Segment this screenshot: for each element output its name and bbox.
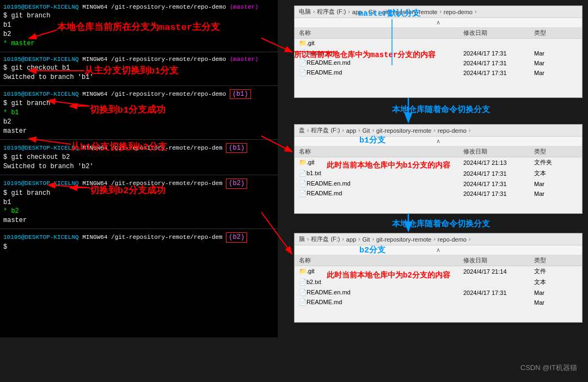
label-master-default: master默认分支 [358, 8, 420, 19]
row-readme-master[interactable]: 📄README.md 2024/4/17 17:31 Mar [295, 68, 582, 78]
csdn-label: CSDN @IT机器猫 [520, 363, 577, 373]
row-readme-en-b1[interactable]: 📄README.en.md 2024/4/17 17:31 Mar [295, 179, 582, 189]
output-5: b1 * b2 master [3, 198, 274, 225]
label-b1-content: 此时当前本地仓库中为b1分支的内容 [327, 161, 450, 170]
row-git-master[interactable]: 📁.git [295, 39, 582, 48]
annotation-b1-success: 切换到b1分支成功 [90, 103, 166, 116]
label-b1-branch: b1分支 [359, 135, 385, 145]
branch-b1-box-2: (b1) [226, 143, 247, 153]
row-readme-b1[interactable]: 📄README.md 2024/4/17 17:31 Mar [295, 189, 582, 199]
branch-b1-box: (b1) [230, 89, 251, 100]
annotation-b2-success: 切换到b2分支成功 [90, 184, 166, 196]
label-b2-branch: b2分支 [359, 245, 385, 255]
branch-b2-box: (b2) [226, 178, 247, 189]
toolbar-b1: ∧ [295, 137, 582, 146]
cmd-4: $ git checkout b2 [3, 153, 274, 162]
output-4: Switched to branch 'b2' [3, 162, 274, 171]
row-readme-en-b2[interactable]: 📄README.en.md 2024/4/17 17:31 Mar [295, 288, 582, 298]
branch-b2-box-2: (b2) [226, 232, 247, 243]
prompt-2: 10195@DESKTOP-KICELNQ MINGW64 /git-repos… [3, 56, 274, 64]
label-master-content: 所以当前本地仓库中为master分支的内容 [294, 50, 436, 60]
table-header-b2: 名称 修改日期 类型 [295, 255, 582, 266]
breadcrumb-b1: 盘› 程序盘 (F:)› app› Git› git-repository-re… [295, 125, 582, 137]
annotation-checkout-b2: 从b1分支切换到b2分支 [71, 140, 167, 153]
annotation-master-branch: 本地仓库当前所在分支为master主分支 [57, 21, 220, 33]
label-follow-cmd-2: 本地仓库随着命令切换分支 [392, 219, 490, 229]
label-b2-content: 此时当前本地仓库中为b2分支的内容 [327, 270, 450, 280]
cmd-1: $ git branch [3, 11, 274, 21]
prompt-3: 10195@DESKTOP-KICELNQ MINGW64 /git-repos… [3, 89, 274, 100]
row-readme-b2[interactable]: 📄README.md Mar [295, 298, 582, 307]
breadcrumb-master: 电脑› 程序盘 (F:)› app› Git› git-repository-r… [295, 6, 582, 18]
prompt-6: 10195@DESKTOP-KICELNQ MINGW64 /git-repos… [3, 232, 274, 243]
cmd-6: $ [3, 243, 274, 252]
table-header-b1: 名称 修改日期 类型 [295, 146, 582, 157]
terminal-area: 10195@DESKTOP-KICELNQ MINGW64 /git-repos… [0, 0, 278, 337]
annotation-checkout-b1: 从主分支切换到b1分支 [84, 64, 179, 77]
terminal-block-6: 10195@DESKTOP-KICELNQ MINGW64 /git-repos… [0, 230, 278, 254]
breadcrumb-b2: 脑› 程序盘 (F:)› app› Git› git-repository-re… [295, 233, 582, 245]
label-follow-cmd-1: 本地仓库随着命令切换分支 [392, 104, 490, 115]
table-header-master: 名称 修改日期 类型 [295, 28, 582, 39]
bottom-bar: CSDN @IT机器猫 [0, 354, 588, 382]
toolbar-b2: ∧ [295, 245, 582, 255]
toolbar-master: ∧ [295, 18, 582, 28]
prompt-1: 10195@DESKTOP-KICELNQ MINGW64 /git-repos… [3, 3, 274, 11]
